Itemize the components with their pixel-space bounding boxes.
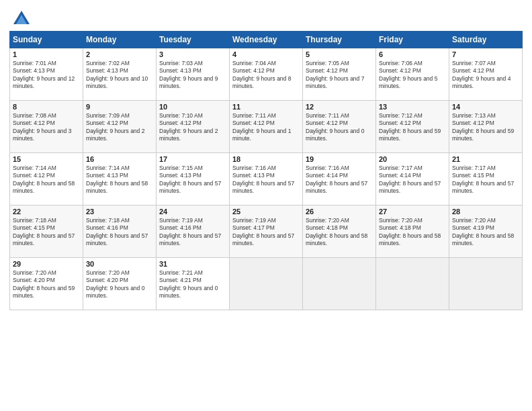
day-info: Sunrise: 7:20 AMSunset: 4:18 PMDaylight:… — [379, 217, 446, 248]
day-info: Sunrise: 7:14 AMSunset: 4:12 PMDaylight:… — [13, 165, 80, 195]
day-number: 3 — [159, 50, 226, 58]
day-cell: 10Sunrise: 7:10 AMSunset: 4:12 PMDayligh… — [157, 101, 230, 153]
day-number: 18 — [232, 155, 300, 163]
day-cell: 3Sunrise: 7:03 AMSunset: 4:13 PMDaylight… — [157, 48, 230, 101]
day-info: Sunrise: 7:20 AMSunset: 4:20 PMDaylight:… — [86, 269, 153, 300]
week-row-2: 8Sunrise: 7:08 AMSunset: 4:12 PMDaylight… — [10, 101, 523, 153]
day-info: Sunrise: 7:05 AMSunset: 4:12 PMDaylight:… — [306, 60, 373, 91]
day-number: 31 — [159, 260, 226, 268]
week-row-4: 22Sunrise: 7:18 AMSunset: 4:15 PMDayligh… — [10, 205, 523, 258]
day-info: Sunrise: 7:01 AMSunset: 4:13 PMDaylight:… — [13, 60, 80, 91]
logo-icon — [12, 9, 31, 28]
day-info: Sunrise: 7:19 AMSunset: 4:16 PMDaylight:… — [159, 217, 226, 248]
day-number: 12 — [306, 103, 373, 111]
day-info: Sunrise: 7:19 AMSunset: 4:17 PMDaylight:… — [232, 217, 300, 248]
day-cell: 27Sunrise: 7:20 AMSunset: 4:18 PMDayligh… — [376, 205, 449, 258]
day-info: Sunrise: 7:17 AMSunset: 4:15 PMDaylight:… — [452, 165, 519, 195]
day-number: 10 — [159, 103, 226, 111]
day-cell: 22Sunrise: 7:18 AMSunset: 4:15 PMDayligh… — [10, 205, 83, 258]
day-info: Sunrise: 7:17 AMSunset: 4:14 PMDaylight:… — [379, 165, 446, 195]
day-cell: 9Sunrise: 7:09 AMSunset: 4:12 PMDaylight… — [83, 101, 157, 153]
day-number: 9 — [86, 103, 153, 111]
week-row-1: 1Sunrise: 7:01 AMSunset: 4:13 PMDaylight… — [10, 48, 523, 101]
day-cell: 8Sunrise: 7:08 AMSunset: 4:12 PMDaylight… — [10, 101, 83, 153]
day-number: 13 — [379, 103, 446, 111]
day-cell: 7Sunrise: 7:07 AMSunset: 4:12 PMDaylight… — [449, 48, 523, 101]
day-number: 20 — [379, 155, 446, 163]
day-number: 25 — [232, 208, 300, 216]
day-info: Sunrise: 7:13 AMSunset: 4:12 PMDaylight:… — [452, 112, 519, 143]
day-number: 14 — [452, 103, 519, 111]
day-number: 23 — [86, 208, 153, 216]
day-cell — [303, 258, 376, 310]
day-cell: 24Sunrise: 7:19 AMSunset: 4:16 PMDayligh… — [157, 205, 230, 258]
day-number: 11 — [232, 103, 300, 111]
day-info: Sunrise: 7:20 AMSunset: 4:20 PMDaylight:… — [13, 269, 80, 300]
day-number: 21 — [452, 155, 519, 163]
day-number: 27 — [379, 208, 446, 216]
day-cell: 29Sunrise: 7:20 AMSunset: 4:20 PMDayligh… — [10, 258, 83, 310]
day-number: 15 — [13, 155, 80, 163]
day-cell: 5Sunrise: 7:05 AMSunset: 4:12 PMDaylight… — [303, 48, 376, 101]
day-cell: 2Sunrise: 7:02 AMSunset: 4:13 PMDaylight… — [83, 48, 157, 101]
day-cell: 26Sunrise: 7:20 AMSunset: 4:18 PMDayligh… — [303, 205, 376, 258]
day-cell: 21Sunrise: 7:17 AMSunset: 4:15 PMDayligh… — [449, 153, 523, 205]
week-row-3: 15Sunrise: 7:14 AMSunset: 4:12 PMDayligh… — [10, 153, 523, 205]
day-number: 30 — [86, 260, 153, 268]
day-number: 6 — [379, 50, 446, 58]
day-number: 29 — [13, 260, 80, 268]
day-cell — [449, 258, 523, 310]
day-cell: 4Sunrise: 7:04 AMSunset: 4:12 PMDaylight… — [230, 48, 303, 101]
header-row: SundayMondayTuesdayWednesdayThursdayFrid… — [10, 32, 523, 48]
day-info: Sunrise: 7:18 AMSunset: 4:15 PMDaylight:… — [13, 217, 80, 248]
day-cell: 14Sunrise: 7:13 AMSunset: 4:12 PMDayligh… — [449, 101, 523, 153]
day-cell: 19Sunrise: 7:16 AMSunset: 4:14 PMDayligh… — [303, 153, 376, 205]
day-cell: 6Sunrise: 7:06 AMSunset: 4:12 PMDaylight… — [376, 48, 449, 101]
main-container: SundayMondayTuesdayWednesdayThursdayFrid… — [0, 0, 532, 316]
day-info: Sunrise: 7:15 AMSunset: 4:13 PMDaylight:… — [159, 165, 226, 195]
col-header-wednesday: Wednesday — [230, 32, 303, 48]
day-number: 24 — [159, 208, 226, 216]
day-cell: 25Sunrise: 7:19 AMSunset: 4:17 PMDayligh… — [230, 205, 303, 258]
day-cell — [376, 258, 449, 310]
day-cell: 1Sunrise: 7:01 AMSunset: 4:13 PMDaylight… — [10, 48, 83, 101]
day-cell: 12Sunrise: 7:11 AMSunset: 4:12 PMDayligh… — [303, 101, 376, 153]
day-cell: 11Sunrise: 7:11 AMSunset: 4:12 PMDayligh… — [230, 101, 303, 153]
day-number: 5 — [306, 50, 373, 58]
col-header-friday: Friday — [376, 32, 449, 48]
day-number: 8 — [13, 103, 80, 111]
day-info: Sunrise: 7:21 AMSunset: 4:21 PMDaylight:… — [159, 269, 226, 300]
day-info: Sunrise: 7:08 AMSunset: 4:12 PMDaylight:… — [13, 112, 80, 143]
day-info: Sunrise: 7:06 AMSunset: 4:12 PMDaylight:… — [379, 60, 446, 91]
day-info: Sunrise: 7:10 AMSunset: 4:12 PMDaylight:… — [159, 112, 226, 143]
col-header-sunday: Sunday — [10, 32, 83, 48]
col-header-thursday: Thursday — [303, 32, 376, 48]
logo — [9, 9, 31, 28]
day-info: Sunrise: 7:07 AMSunset: 4:12 PMDaylight:… — [452, 60, 519, 91]
day-info: Sunrise: 7:11 AMSunset: 4:12 PMDaylight:… — [306, 112, 373, 143]
day-info: Sunrise: 7:20 AMSunset: 4:19 PMDaylight:… — [452, 217, 519, 248]
day-cell: 16Sunrise: 7:14 AMSunset: 4:13 PMDayligh… — [83, 153, 157, 205]
day-cell: 18Sunrise: 7:16 AMSunset: 4:13 PMDayligh… — [230, 153, 303, 205]
day-number: 26 — [306, 208, 373, 216]
col-header-tuesday: Tuesday — [157, 32, 230, 48]
day-number: 16 — [86, 155, 153, 163]
day-info: Sunrise: 7:12 AMSunset: 4:12 PMDaylight:… — [379, 112, 446, 143]
calendar-table: SundayMondayTuesdayWednesdayThursdayFrid… — [9, 31, 523, 310]
day-cell: 13Sunrise: 7:12 AMSunset: 4:12 PMDayligh… — [376, 101, 449, 153]
day-cell: 20Sunrise: 7:17 AMSunset: 4:14 PMDayligh… — [376, 153, 449, 205]
day-info: Sunrise: 7:20 AMSunset: 4:18 PMDaylight:… — [306, 217, 373, 248]
day-info: Sunrise: 7:16 AMSunset: 4:13 PMDaylight:… — [232, 165, 300, 195]
day-number: 7 — [452, 50, 519, 58]
day-number: 28 — [452, 208, 519, 216]
day-cell: 31Sunrise: 7:21 AMSunset: 4:21 PMDayligh… — [157, 258, 230, 310]
week-row-5: 29Sunrise: 7:20 AMSunset: 4:20 PMDayligh… — [10, 258, 523, 310]
day-info: Sunrise: 7:18 AMSunset: 4:16 PMDaylight:… — [86, 217, 153, 248]
day-number: 17 — [159, 155, 226, 163]
day-cell: 17Sunrise: 7:15 AMSunset: 4:13 PMDayligh… — [157, 153, 230, 205]
day-number: 4 — [232, 50, 300, 58]
day-number: 2 — [86, 50, 153, 58]
day-number: 1 — [13, 50, 80, 58]
day-info: Sunrise: 7:09 AMSunset: 4:12 PMDaylight:… — [86, 112, 153, 143]
day-info: Sunrise: 7:16 AMSunset: 4:14 PMDaylight:… — [306, 165, 373, 195]
